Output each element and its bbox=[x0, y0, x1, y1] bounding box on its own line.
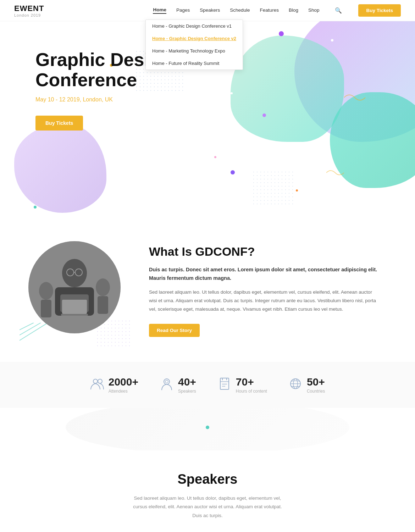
stat-attendees: 2000+ Attendees bbox=[90, 376, 138, 394]
stat-countries: 50+ Countries bbox=[288, 376, 325, 394]
read-our-story-button[interactable]: Read Our Story bbox=[149, 324, 200, 337]
nav-schedule[interactable]: Schedule bbox=[230, 7, 250, 13]
hero-date: May 10 - 12 2019, London, UK bbox=[35, 96, 213, 103]
nav-speakers[interactable]: Speakers bbox=[200, 7, 220, 13]
wavy-deco-2 bbox=[326, 168, 344, 177]
sep-dot-teal bbox=[206, 426, 209, 429]
nav-links: Home Pages Speakers Schedule Features Bl… bbox=[153, 4, 401, 17]
dropdown-item-4[interactable]: Home - Future of Reality Summit bbox=[146, 57, 243, 70]
svg-point-4 bbox=[62, 259, 87, 287]
svg-rect-8 bbox=[61, 314, 88, 316]
stat-hours-number: 70+ bbox=[236, 376, 267, 388]
dropdown-item-3[interactable]: Home - Marketing Technology Expo bbox=[146, 45, 243, 57]
what-section: What Is GDCONF? Duis ac turpis. Donec si… bbox=[0, 220, 415, 362]
stat-speakers-label: Speakers bbox=[178, 389, 196, 394]
stat-countries-info: 50+ Countries bbox=[307, 376, 325, 394]
wavy-deco-1 bbox=[344, 92, 365, 103]
deco-dot-white bbox=[231, 92, 233, 94]
speakers-subtitle: Sed laoreet aliquam leo. Ut tellus dolor… bbox=[133, 494, 282, 520]
stat-attendees-number: 2000+ bbox=[109, 376, 138, 388]
stat-hours-label: Hours of content bbox=[236, 389, 267, 394]
stat-speakers-info: 40+ Speakers bbox=[178, 376, 196, 394]
separator-section bbox=[0, 408, 415, 450]
nav-pages[interactable]: Pages bbox=[176, 7, 190, 13]
deco-dot-orange bbox=[296, 189, 298, 192]
speakers-icon bbox=[160, 377, 174, 393]
svg-point-13 bbox=[96, 278, 110, 296]
deco-dot-white2 bbox=[331, 39, 333, 41]
stat-attendees-label: Attendees bbox=[109, 389, 138, 394]
countries-icon bbox=[288, 377, 303, 393]
deco-dot-violet bbox=[231, 170, 235, 174]
buy-tickets-button[interactable]: Buy Tickets bbox=[358, 4, 401, 17]
nav-home[interactable]: Home bbox=[153, 7, 166, 14]
deco-dot-teal bbox=[34, 206, 37, 209]
hero-dots-2 bbox=[252, 170, 294, 206]
nav-blog[interactable]: Blog bbox=[289, 7, 298, 13]
logo: EWENT London 2019 bbox=[14, 4, 44, 17]
speakers-title: Speakers bbox=[35, 472, 380, 487]
svg-rect-20 bbox=[220, 378, 229, 389]
search-icon[interactable]: 🔍 bbox=[335, 7, 342, 14]
svg-line-0 bbox=[20, 323, 48, 340]
svg-rect-15 bbox=[98, 296, 108, 314]
deco-dot-purple2 bbox=[279, 31, 284, 36]
hours-icon bbox=[217, 377, 232, 393]
svg-rect-14 bbox=[41, 300, 51, 317]
svg-point-19 bbox=[165, 380, 168, 383]
logo-title: EWENT bbox=[14, 4, 44, 13]
deco-dot-purple-lg bbox=[262, 113, 266, 117]
svg-point-17 bbox=[98, 379, 102, 383]
stat-countries-number: 50+ bbox=[307, 376, 325, 388]
stat-hours-info: 70+ Hours of content bbox=[236, 376, 267, 394]
stat-speakers-number: 40+ bbox=[178, 376, 196, 388]
deco-dot-pink bbox=[214, 156, 216, 158]
stat-attendees-info: 2000+ Attendees bbox=[109, 376, 138, 394]
logo-subtitle: London 2019 bbox=[14, 13, 44, 17]
hero-blob-lavender bbox=[14, 124, 106, 213]
nav-features[interactable]: Features bbox=[260, 7, 279, 13]
dropdown-item-1[interactable]: Home - Graphic Design Conference v1 bbox=[146, 20, 243, 32]
what-conference-image bbox=[28, 241, 121, 333]
home-dropdown: Home - Graphic Design Conference v1 Home… bbox=[145, 20, 243, 70]
dropdown-item-2[interactable]: Home - Graphic Design Conference v2 bbox=[146, 32, 243, 45]
svg-point-16 bbox=[93, 379, 98, 383]
svg-point-12 bbox=[39, 282, 53, 300]
svg-point-18 bbox=[164, 379, 170, 384]
speakers-section: Speakers Sed laoreet aliquam leo. Ut tel… bbox=[0, 450, 415, 532]
svg-rect-7 bbox=[62, 300, 87, 314]
what-image-wrap bbox=[28, 241, 128, 340]
sep-blob-main bbox=[66, 408, 349, 450]
stat-hours: 70+ Hours of content bbox=[217, 376, 267, 394]
svg-line-2 bbox=[20, 323, 34, 330]
nav-shop[interactable]: Shop bbox=[308, 7, 320, 13]
stat-countries-label: Countries bbox=[307, 389, 325, 394]
hero-buy-tickets-button[interactable]: Buy Tickets bbox=[35, 116, 83, 131]
what-title: What Is GDCONF? bbox=[149, 245, 380, 259]
stat-speakers: 40+ Speakers bbox=[160, 376, 196, 394]
what-content: What Is GDCONF? Duis ac turpis. Donec si… bbox=[149, 245, 380, 337]
stats-section: 2000+ Attendees 40+ Speakers bbox=[0, 362, 415, 408]
what-body-text: Sed laoreet aliquam leo. Ut tellus dolor… bbox=[149, 288, 380, 314]
attendees-icon bbox=[90, 377, 104, 393]
conference-svg bbox=[28, 241, 121, 333]
what-bold-text: Duis ac turpis. Donec sit amet eros. Lor… bbox=[149, 266, 380, 282]
what-lines-deco bbox=[20, 323, 48, 342]
hero-blob-teal bbox=[231, 35, 344, 142]
navbar: EWENT London 2019 Home Pages Speakers Sc… bbox=[0, 0, 415, 21]
